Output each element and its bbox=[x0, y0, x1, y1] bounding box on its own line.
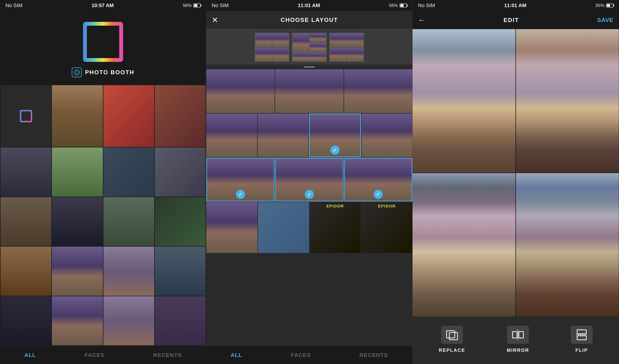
status-carrier-3: No SIM bbox=[418, 2, 435, 8]
photo-cell-6[interactable] bbox=[103, 147, 154, 196]
edit-photo-top-left[interactable] bbox=[413, 29, 515, 172]
layout-photo-2d[interactable] bbox=[362, 113, 412, 157]
photo-cell-17[interactable] bbox=[52, 296, 103, 345]
photo-cell-app-icon[interactable] bbox=[0, 85, 51, 147]
flip-icon bbox=[575, 329, 588, 341]
svg-rect-7 bbox=[519, 332, 523, 338]
tool-flip[interactable]: FLIP bbox=[571, 326, 593, 353]
layout-row-3: ✓ ✓ ✓ bbox=[206, 158, 412, 201]
layout-photo-3a-selected[interactable]: ✓ bbox=[206, 158, 275, 201]
tab-recents-1[interactable]: RECENTS bbox=[153, 352, 182, 358]
back-button[interactable]: ← bbox=[418, 16, 425, 24]
photo-sim-person-2 bbox=[103, 247, 154, 295]
photo-cell-3[interactable] bbox=[155, 85, 206, 147]
scroll-indicator bbox=[206, 65, 412, 69]
layout-photo-2b[interactable] bbox=[258, 113, 309, 157]
photo-sim-ikea bbox=[0, 197, 51, 246]
photo-cell-14[interactable] bbox=[103, 247, 154, 295]
layout-thumb-cell-2a bbox=[293, 33, 309, 52]
replace-label: REPLACE bbox=[439, 348, 465, 353]
layout-thumb-cell-2b bbox=[310, 33, 326, 42]
photo-cell-16[interactable] bbox=[0, 296, 51, 345]
flip-icon-box bbox=[571, 326, 593, 344]
svg-rect-6 bbox=[512, 332, 517, 338]
photo-sim-green-2 bbox=[52, 147, 103, 196]
close-button[interactable]: ✕ bbox=[212, 15, 218, 24]
photo-cell-5[interactable] bbox=[52, 147, 103, 196]
layout-photo-2a[interactable] bbox=[206, 113, 257, 157]
svg-rect-2 bbox=[21, 111, 31, 122]
photo-cell-2[interactable] bbox=[103, 85, 154, 147]
layout-photo-1a[interactable] bbox=[206, 69, 275, 113]
photo-sim-warm bbox=[52, 85, 103, 147]
photo-cell-13[interactable] bbox=[52, 247, 103, 295]
layout-row-2: ✓ bbox=[206, 113, 412, 157]
layout-photo-2c-selected[interactable]: ✓ bbox=[309, 113, 361, 157]
photo-cell-9[interactable] bbox=[52, 197, 103, 246]
status-time-2: 11:01 AM bbox=[298, 2, 320, 8]
flip-label: FLIP bbox=[576, 348, 588, 353]
edit-photo-sim-br bbox=[516, 173, 619, 317]
photo-cell-15[interactable] bbox=[155, 247, 206, 295]
status-bar-3: No SIM 11:01 AM 55% bbox=[413, 0, 619, 11]
photo-cell-10[interactable] bbox=[103, 197, 154, 246]
battery-icon-1 bbox=[193, 3, 201, 7]
camera-lens-icon bbox=[74, 70, 80, 75]
panel-edit: No SIM 11:01 AM 55% ← EDIT SAVE bbox=[413, 0, 619, 364]
layout-photo-4b-plane[interactable] bbox=[258, 202, 309, 253]
layout-photo-3c-selected[interactable]: ✓ bbox=[344, 158, 412, 201]
edit-photo-bottom-left[interactable] bbox=[413, 173, 515, 317]
layout-main-area[interactable]: ✓ ✓ ✓ ✓ EPIDOR bbox=[206, 69, 412, 346]
layout-app-icon bbox=[20, 110, 32, 123]
photo-cell-7[interactable] bbox=[155, 147, 206, 196]
layout-photo-1c[interactable] bbox=[344, 69, 412, 113]
chooselayout-header: ✕ CHOOSE LAYOUT bbox=[206, 11, 412, 29]
battery-percent-3: 55% bbox=[595, 3, 604, 8]
tool-replace[interactable]: REPLACE bbox=[439, 326, 465, 353]
photo-sim-dark-2 bbox=[0, 296, 51, 345]
layout-thumb-1[interactable] bbox=[255, 33, 289, 62]
chooselayout-title: CHOOSE LAYOUT bbox=[281, 16, 338, 23]
layout-thumb-cell-1b bbox=[272, 33, 289, 47]
replace-icon-box bbox=[441, 326, 463, 344]
photo-cell-18[interactable] bbox=[103, 296, 154, 345]
edit-photo-bottom-right[interactable] bbox=[516, 173, 619, 317]
photo-cell-11[interactable] bbox=[155, 197, 206, 246]
tab-all-2[interactable]: ALL bbox=[230, 352, 242, 358]
edit-content: ← EDIT SAVE bbox=[413, 11, 619, 364]
tab-faces-2[interactable]: FACES bbox=[291, 352, 311, 358]
photobooth-title: PHOTO BOOTH bbox=[85, 69, 134, 76]
edit-photo-top-right[interactable] bbox=[516, 29, 619, 172]
battery-fill-2 bbox=[400, 4, 404, 7]
mirror-label: MIRROR bbox=[507, 348, 529, 353]
tool-mirror[interactable]: MIRROR bbox=[507, 326, 529, 353]
status-battery-3: 55% bbox=[595, 3, 613, 8]
photo-cell-4[interactable] bbox=[0, 147, 51, 196]
chooselayout-content: ✕ CHOOSE LAYOUT bbox=[206, 11, 412, 364]
save-button[interactable]: SAVE bbox=[597, 17, 613, 24]
check-badge-1: ✓ bbox=[330, 146, 339, 155]
check-badge-4: ✓ bbox=[374, 190, 383, 199]
photobooth-label: PHOTO BOOTH bbox=[72, 67, 134, 77]
layout-thumb-3[interactable] bbox=[329, 33, 364, 62]
layout-thumb-cell-3c bbox=[347, 48, 364, 61]
tab-faces-1[interactable]: FACES bbox=[84, 352, 104, 358]
photo-cell-19[interactable] bbox=[155, 296, 206, 345]
photo-cell-12[interactable] bbox=[0, 247, 51, 295]
layout-photo-3b-selected[interactable]: ✓ bbox=[275, 158, 343, 201]
replace-icon bbox=[446, 329, 458, 341]
bottom-tabs-1: ALL FACES RECENTS bbox=[0, 346, 206, 364]
tab-all-1[interactable]: ALL bbox=[24, 352, 36, 358]
layout-photo-1b[interactable] bbox=[275, 69, 343, 113]
svg-rect-10 bbox=[577, 336, 586, 340]
tab-recents-2[interactable]: RECENTS bbox=[359, 352, 388, 358]
photo-cell-8[interactable] bbox=[0, 197, 51, 246]
layout-photo-4d-epidor[interactable]: EPIDOR bbox=[361, 202, 412, 253]
layout-photo-4c-epidor[interactable]: EPIDOR bbox=[310, 202, 361, 253]
layout-photo-4a[interactable] bbox=[206, 202, 257, 253]
layout-thumb-2[interactable] bbox=[292, 33, 327, 62]
photo-cell-1[interactable] bbox=[52, 85, 103, 147]
battery-fill-1 bbox=[194, 4, 197, 7]
layout-previews bbox=[206, 29, 412, 65]
edit-photo-sim-tl bbox=[413, 29, 515, 172]
